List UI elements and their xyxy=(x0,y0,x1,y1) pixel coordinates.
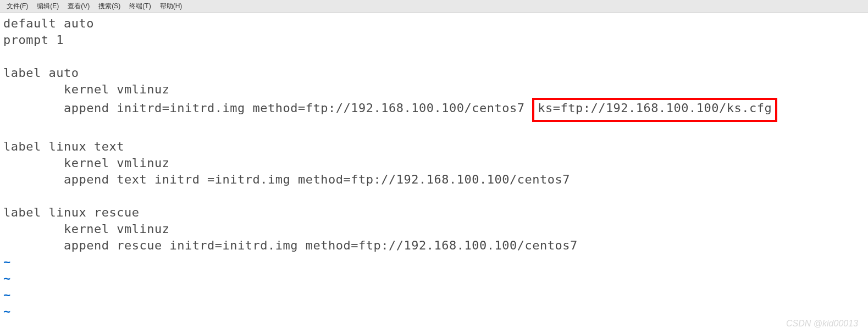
menubar: 文件(F) 编辑(E) 查看(V) 搜索(S) 终端(T) 帮助(H) xyxy=(0,0,868,13)
editor-content[interactable]: default autoprompt 1label auto kernel vm… xyxy=(0,13,868,322)
editor-line: append text initrd =initrd.img method=ft… xyxy=(3,171,865,188)
editor-line xyxy=(3,48,865,65)
editor-line: label auto xyxy=(3,65,865,81)
vim-tilde: ~ xyxy=(3,270,865,287)
menu-search[interactable]: 搜索(S) xyxy=(94,1,125,12)
editor-line xyxy=(3,122,865,138)
vim-tilde: ~ xyxy=(3,303,865,320)
menu-terminal[interactable]: 终端(T) xyxy=(125,1,155,12)
menu-file[interactable]: 文件(F) xyxy=(2,1,32,12)
highlighted-ks-param: ks=ftp://192.168.100.100/ks.cfg xyxy=(532,98,777,122)
editor-line: append rescue initrd=initrd.img method=f… xyxy=(3,237,865,254)
menu-view[interactable]: 查看(V) xyxy=(63,1,94,12)
editor-line: label linux text xyxy=(3,138,865,155)
menu-help[interactable]: 帮助(H) xyxy=(156,1,187,12)
editor-line: default auto xyxy=(3,15,865,32)
editor-line: prompt 1 xyxy=(3,32,865,48)
editor-line: kernel vmlinuz xyxy=(3,221,865,237)
vim-tilde: ~ xyxy=(3,287,865,303)
editor-line xyxy=(3,188,865,204)
editor-line: label linux rescue xyxy=(3,204,865,221)
watermark: CSDN @kid00013 xyxy=(786,319,858,329)
editor-line: kernel vmlinuz xyxy=(3,81,865,98)
editor-line: append initrd=initrd.img method=ftp://19… xyxy=(3,98,865,122)
vim-tilde: ~ xyxy=(3,254,865,270)
line-text: append initrd=initrd.img method=ftp://19… xyxy=(3,101,524,115)
menu-edit[interactable]: 编辑(E) xyxy=(32,1,63,12)
editor-line: kernel vmlinuz xyxy=(3,155,865,171)
